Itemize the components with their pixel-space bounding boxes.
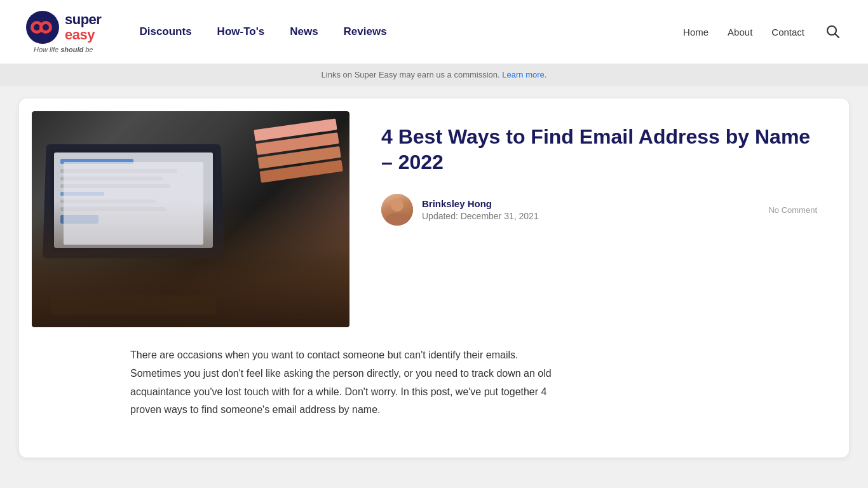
logo-icon (25, 10, 60, 44)
search-button[interactable] (824, 22, 843, 41)
nav-item-home[interactable]: Home (683, 27, 709, 37)
author-avatar-inner (381, 194, 413, 226)
author-details: Brinksley Hong Updated: December 31, 202… (422, 198, 759, 221)
article-body: There are occasions when you want to con… (19, 327, 591, 432)
author-date: Updated: December 31, 2021 (422, 211, 759, 221)
article-card: 4 Best Ways to Find Email Address by Nam… (19, 98, 849, 458)
commission-bar: Links on Super Easy may earn us a commis… (0, 64, 868, 86)
author-name: Brinksley Hong (422, 198, 759, 209)
laptop-screen (54, 152, 213, 248)
main-content: 4 Best Ways to Find Email Address by Nam… (0, 86, 868, 483)
screen-content (54, 152, 213, 230)
nav-item-news[interactable]: News (290, 25, 318, 38)
svg-point-2 (34, 24, 40, 30)
nav-item-reviews[interactable]: Reviews (344, 25, 387, 38)
logo-tagline: How life should be (34, 46, 93, 53)
site-logo[interactable]: super easy How life should be (25, 10, 101, 53)
article-image-placeholder (32, 111, 349, 327)
nav-item-about[interactable]: About (728, 27, 752, 37)
header-left: super easy How life should be Discounts … (25, 10, 387, 53)
article-info: 4 Best Ways to Find Email Address by Nam… (349, 98, 849, 238)
nav-item-howtos[interactable]: How-To's (217, 25, 265, 38)
learn-more-link[interactable]: Learn more. (502, 70, 546, 79)
color-swatches (254, 118, 343, 186)
keyboard-area (51, 295, 216, 315)
article-hero: 4 Best Ways to Find Email Address by Nam… (19, 98, 849, 327)
nav-item-contact[interactable]: Contact (771, 27, 804, 37)
article-title: 4 Best Ways to Find Email Address by Nam… (381, 124, 817, 175)
search-icon (826, 25, 840, 39)
logo-easy: easy (65, 27, 101, 43)
site-header: super easy How life should be Discounts … (0, 0, 868, 64)
no-comment-label: No Comment (768, 205, 817, 215)
logo-text: super easy (65, 12, 101, 43)
logo-super: super (65, 12, 101, 27)
author-avatar (381, 194, 413, 226)
logo-graphic: super easy (25, 10, 101, 44)
article-intro: There are occasions when you want to con… (130, 346, 553, 419)
svg-line-6 (836, 34, 839, 38)
article-image (32, 111, 349, 327)
author-meta: Brinksley Hong Updated: December 31, 202… (381, 194, 817, 226)
nav-item-discounts[interactable]: Discounts (139, 25, 191, 38)
bottom-overlay (32, 251, 349, 327)
svg-point-4 (43, 24, 49, 30)
main-nav: Discounts How-To's News Reviews (139, 25, 386, 38)
header-right: Home About Contact (683, 22, 843, 41)
